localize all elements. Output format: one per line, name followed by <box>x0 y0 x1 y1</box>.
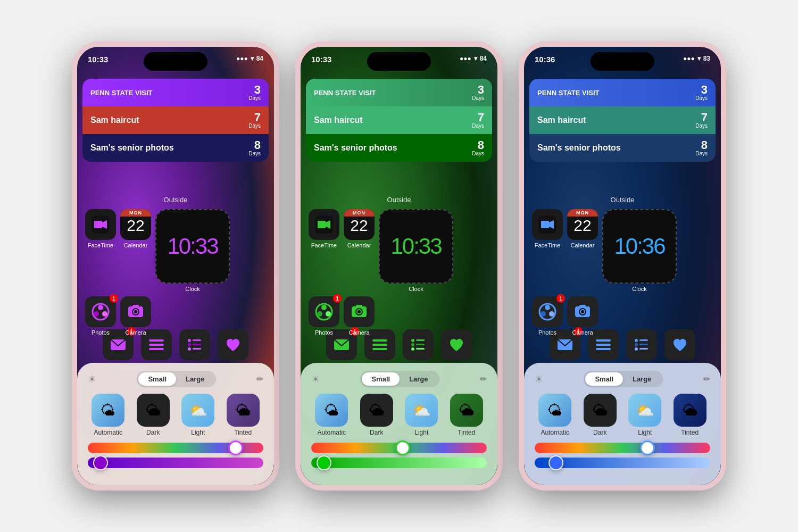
color-slider1-row-2 <box>311 443 487 453</box>
row1-title-1: PENN STATE VISIT <box>90 89 153 97</box>
phone-3: 10:36 ●●● ▾ 83 PENN STATE VISIT 3 Days <box>519 41 726 491</box>
facetime-app-3[interactable]: FaceTime <box>532 209 563 248</box>
style-automatic-3[interactable]: 🌤 Automatic <box>535 394 576 436</box>
svg-rect-35 <box>372 348 387 350</box>
svg-point-26 <box>317 311 322 317</box>
clock-icon-2: 10:33 <box>379 209 453 284</box>
facetime-app-1[interactable]: FaceTime <box>85 209 116 248</box>
panel-top-2: ☀ Small Large ✏ <box>311 371 487 387</box>
photos-app-1[interactable]: 1 Photos <box>85 296 116 336</box>
dynamic-island-3 <box>591 52 654 71</box>
slider2-thumb-3[interactable] <box>548 455 563 470</box>
style-tinted-2[interactable]: 🌥 Tinted <box>446 394 487 436</box>
row3-label-1: Days <box>248 151 261 156</box>
size-toggle-1[interactable]: Small Large <box>137 371 215 387</box>
style-tinted-1[interactable]: 🌥 Tinted <box>223 394 264 436</box>
phone-1: 10:33 ●●● ▾ 84 PENN STATE VISIT 3 Days <box>72 41 279 491</box>
color-slider2-3[interactable] <box>535 458 710 468</box>
clock-icon-3: 10:36 <box>602 209 677 284</box>
row2-right-1: 7 Days <box>248 112 261 129</box>
wifi-icon-2: ▾ <box>474 55 477 62</box>
large-btn-2[interactable]: Large <box>400 372 437 386</box>
tinted-style-icon-1: 🌥 <box>227 394 260 427</box>
wifi-icon-1: ▾ <box>251 55 254 62</box>
style-light-3[interactable]: ⛅ Light <box>625 394 666 436</box>
row2-label-3: Days <box>695 123 708 129</box>
style-automatic-2[interactable]: 🌤 Automatic <box>311 394 352 436</box>
svg-marker-43 <box>541 221 549 228</box>
eyedropper-icon-1[interactable]: ✏ <box>256 374 263 384</box>
color-slider1-1[interactable] <box>88 443 263 453</box>
cal-date-3: 22 <box>573 217 591 234</box>
small-btn-3[interactable]: Small <box>585 372 623 386</box>
phone-2: 10:33 ●●● ▾ 84 PENN STATE VISIT 3 Days <box>295 41 503 491</box>
style-light-1[interactable]: ⛅ Light <box>178 394 219 436</box>
color-slider1-row-1 <box>88 443 263 453</box>
cal-day-2: MON <box>344 209 375 217</box>
svg-rect-10 <box>132 305 139 307</box>
style-dark-3[interactable]: 🌥 Dark <box>580 394 621 436</box>
color-slider1-row-3 <box>535 443 710 453</box>
eyedropper-icon-2[interactable]: ✏ <box>480 374 487 384</box>
size-toggle-3[interactable]: Small Large <box>584 371 662 387</box>
calendar-app-1[interactable]: MON 22 Calendar <box>120 209 151 248</box>
row3-right-3: 8 Days <box>695 139 708 156</box>
app-row2-3: 1 Photos Camera <box>532 296 713 336</box>
clock-label-1: Clock <box>185 286 200 292</box>
style-dark-1[interactable]: 🌥 Dark <box>133 394 174 436</box>
calendar-app-2[interactable]: MON 22 Calendar <box>344 209 375 248</box>
slider2-thumb-2[interactable] <box>317 455 331 470</box>
photos-app-3[interactable]: 1 Photos <box>532 296 563 336</box>
calendar-app-3[interactable]: MON 22 Calendar <box>567 209 598 248</box>
style-automatic-1[interactable]: 🌤 Automatic <box>88 394 129 436</box>
facetime-app-2[interactable]: FaceTime <box>309 209 339 248</box>
large-btn-1[interactable]: Large <box>176 372 214 386</box>
row3-num-3: 8 <box>695 139 708 151</box>
small-btn-2[interactable]: Small <box>362 372 400 386</box>
row2-right-2: 7 Days <box>472 112 484 129</box>
camera-app-1[interactable]: Camera <box>120 296 151 336</box>
style-tinted-3[interactable]: 🌥 Tinted <box>670 394 711 436</box>
color-slider1-2[interactable] <box>311 443 487 453</box>
row2-right-3: 7 Days <box>695 112 708 129</box>
slider1-thumb-2[interactable] <box>395 440 410 455</box>
svg-point-27 <box>326 311 331 317</box>
signal-icon-3: ●●● <box>683 55 695 62</box>
row2-title-3: Sam haircut <box>537 115 586 125</box>
row2-num-2: 7 <box>472 112 484 123</box>
camera-app-2[interactable]: Camera <box>344 296 375 336</box>
style-dark-2[interactable]: 🌥 Dark <box>356 394 397 436</box>
light-style-label-2: Light <box>414 429 428 436</box>
large-btn-3[interactable]: Large <box>623 372 661 386</box>
slider1-thumb-1[interactable] <box>228 440 243 455</box>
svg-rect-34 <box>372 344 387 346</box>
style-light-2[interactable]: ⛅ Light <box>401 394 442 436</box>
clock-label-2: Clock <box>409 286 423 292</box>
photos-app-2[interactable]: 1 Photos <box>309 296 339 336</box>
countdown-row1-2: PENN STATE VISIT 3 Days <box>306 79 492 106</box>
slider1-thumb-3[interactable] <box>640 440 655 455</box>
row1-label-1: Days <box>248 96 261 101</box>
camera-app-3[interactable]: Camera <box>567 296 598 336</box>
dark-style-label-3: Dark <box>593 429 606 436</box>
clock-app-3[interactable]: 10:36 Clock <box>602 209 677 292</box>
color-slider1-3[interactable] <box>535 443 710 453</box>
phone-3-screen: 10:36 ●●● ▾ 83 PENN STATE VISIT 3 Days <box>524 47 721 485</box>
svg-point-6 <box>102 311 107 317</box>
row1-num-1: 3 <box>248 84 261 96</box>
color-slider2-row-3 <box>535 458 710 468</box>
clock-app-2[interactable]: 10:33 Clock <box>379 209 453 292</box>
slider2-thumb-1[interactable] <box>93 455 108 470</box>
eyedropper-icon-3[interactable]: ✏ <box>703 374 710 384</box>
color-slider2-2[interactable] <box>311 458 487 468</box>
small-btn-1[interactable]: Small <box>138 372 176 386</box>
status-icons-3: ●●● ▾ 83 <box>683 55 710 62</box>
size-toggle-2[interactable]: Small Large <box>360 371 439 387</box>
clock-app-1[interactable]: 10:33 Clock <box>155 209 230 292</box>
svg-rect-31 <box>356 305 362 307</box>
color-slider2-1[interactable] <box>88 458 263 468</box>
status-icons-1: ●●● ▾ 84 <box>236 55 263 62</box>
svg-rect-52 <box>579 305 586 307</box>
icon-options-1: 🌤 Automatic 🌥 Dark ⛅ Light 🌥 Tinted <box>88 394 263 436</box>
countdown-row1-1: PENN STATE VISIT 3 Days <box>82 79 269 106</box>
